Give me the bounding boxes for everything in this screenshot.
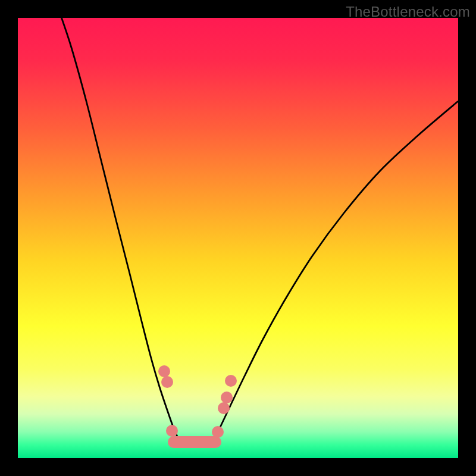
marker-dot — [225, 375, 237, 387]
series-right-curve — [214, 101, 458, 439]
marker-dot — [158, 365, 170, 377]
marker-dot — [218, 402, 230, 414]
plot-area — [18, 18, 458, 458]
marker-dot — [161, 376, 173, 388]
marker-dot — [221, 392, 233, 403]
curves-layer — [18, 18, 458, 458]
marker-dot — [166, 425, 178, 437]
marker-dot — [212, 426, 224, 438]
watermark-text: TheBottleneck.com — [346, 4, 470, 20]
chart-stage: TheBottleneck.com — [0, 0, 476, 476]
